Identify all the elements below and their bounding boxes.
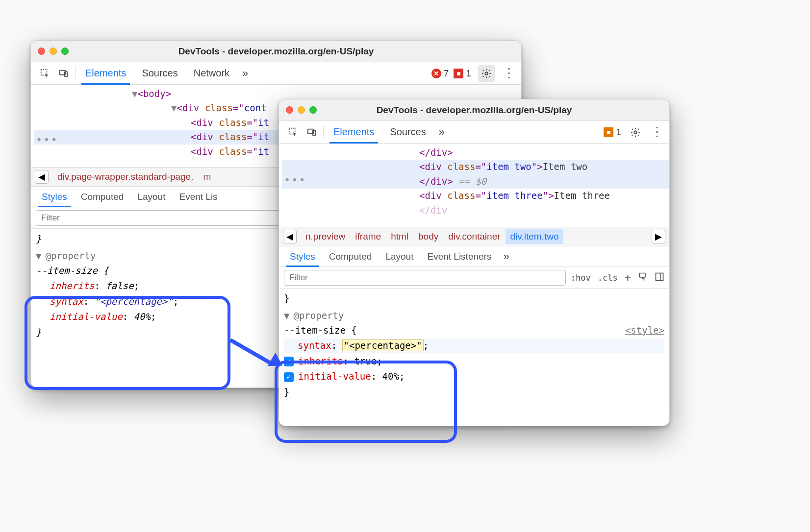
main-tabs-a: Elements Sources Network » ✕ 7 ■ 1 ⋮ (31, 62, 521, 85)
tab-elements[interactable]: Elements (326, 121, 382, 143)
tab-sources[interactable]: Sources (382, 121, 433, 143)
more-menu[interactable]: ⋮ (497, 62, 521, 84)
issues-icon: ■ (454, 69, 463, 78)
svg-rect-8 (639, 273, 645, 277)
tab-sources[interactable]: Sources (134, 62, 185, 84)
breadcrumb-b[interactable]: ◀ n.preview iframe html body div.contain… (279, 227, 669, 246)
prop-checkbox[interactable]: ✓ (284, 372, 294, 382)
add-rule-button[interactable]: + (625, 271, 631, 284)
error-count: 7 (444, 68, 449, 79)
issues-count: 1 (466, 68, 471, 79)
issues-badge[interactable]: ■ 1 (454, 62, 471, 84)
subtab-layout[interactable]: Layout (379, 246, 420, 266)
crumb-left[interactable]: ◀ (283, 230, 297, 243)
stage: { "windowA": { "title": "DevTools - deve… (0, 0, 810, 532)
issues-count: 1 (616, 127, 621, 138)
filter-row-b: :hov .cls + (279, 267, 669, 289)
crumb-iframe[interactable]: iframe (350, 229, 386, 244)
settings-icon[interactable] (478, 65, 495, 82)
gutter-dots: ••• (284, 172, 306, 189)
crumb-container[interactable]: div.container (443, 229, 505, 244)
close-dot[interactable] (286, 106, 293, 114)
tabs-overflow[interactable]: » (237, 62, 253, 84)
more-menu[interactable]: ⋮ (645, 121, 669, 143)
crumb-html[interactable]: html (386, 229, 413, 244)
window-title-a: DevTools - developer.mozilla.org/en-US/p… (31, 46, 521, 57)
issues-badge[interactable]: ■ 1 (604, 121, 621, 143)
filter-input-b[interactable] (284, 270, 566, 286)
svg-point-3 (485, 72, 488, 75)
error-badge[interactable]: ✕ 7 (431, 62, 449, 84)
inspect-icon[interactable] (36, 62, 54, 84)
layout-icon[interactable] (655, 272, 664, 284)
at-property-hdr-b[interactable]: ▼@property (284, 309, 664, 323)
inspect-icon[interactable] (284, 121, 303, 143)
tabs-overflow[interactable]: » (434, 121, 450, 143)
settings-icon[interactable] (626, 121, 645, 143)
close-dot[interactable] (38, 48, 45, 55)
subtab-events[interactable]: Event Listeners (420, 246, 498, 266)
crumb-body[interactable]: body (413, 229, 443, 244)
subtab-computed[interactable]: Computed (74, 187, 131, 207)
prop-checkbox[interactable]: ✓ (284, 357, 294, 366)
zoom-dot[interactable] (309, 106, 317, 114)
subtabs-b: Styles Computed Layout Event Listeners » (279, 246, 669, 267)
error-icon: ✕ (431, 69, 441, 78)
minimize-dot[interactable] (298, 106, 305, 114)
dom-tree-b[interactable]: ••• </div> <div class="item two">Item tw… (279, 144, 669, 227)
crumb-m[interactable]: m (198, 169, 216, 184)
window-title-b: DevTools - developer.mozilla.org/en-US/p… (279, 105, 669, 116)
rule-selector-b[interactable]: --item-size { <style> (284, 323, 664, 338)
svg-point-7 (634, 131, 637, 134)
subtab-styles[interactable]: Styles (35, 187, 74, 207)
traffic-lights[interactable] (286, 106, 317, 114)
styles-pane-b[interactable]: } ▼@property --item-size { <style> synta… (279, 289, 669, 402)
device-toggle-icon[interactable] (54, 62, 73, 84)
cls-button[interactable]: .cls (598, 273, 618, 283)
syntax-edit[interactable]: "<percentage>" (343, 340, 423, 351)
source-style-tag[interactable]: <style> (625, 323, 664, 338)
main-tabs-b: Elements Sources » ■ 1 ⋮ (279, 121, 669, 144)
tab-elements[interactable]: Elements (77, 62, 134, 84)
issues-icon: ■ (604, 127, 613, 137)
crumb-path[interactable]: div.page-wrapper.standard-page. (52, 169, 198, 184)
rule-close-b: } (284, 385, 664, 399)
paint-icon[interactable] (638, 272, 648, 284)
crumb-left[interactable]: ◀ (35, 170, 49, 184)
subtab-events[interactable]: Event Lis (172, 187, 224, 207)
gutter-dots: ••• (36, 132, 58, 148)
svg-rect-9 (656, 273, 663, 280)
crumb-right[interactable]: ▶ (652, 230, 665, 243)
device-toggle-icon[interactable] (303, 121, 321, 143)
zoom-dot[interactable] (61, 48, 69, 55)
subtab-styles[interactable]: Styles (283, 246, 322, 266)
subtab-layout[interactable]: Layout (130, 187, 172, 207)
crumb-item-two[interactable]: div.item.two (506, 229, 564, 244)
hov-button[interactable]: :hov (571, 273, 591, 283)
subtab-computed[interactable]: Computed (322, 246, 379, 266)
minimize-dot[interactable] (50, 48, 57, 55)
devtools-window-b: DevTools - developer.mozilla.org/en-US/p… (278, 99, 670, 426)
subtabs-overflow[interactable]: » (498, 246, 514, 266)
crumb-preview[interactable]: n.preview (301, 229, 350, 244)
titlebar-a[interactable]: DevTools - developer.mozilla.org/en-US/p… (31, 41, 521, 62)
traffic-lights[interactable] (38, 48, 69, 55)
titlebar-b[interactable]: DevTools - developer.mozilla.org/en-US/p… (279, 99, 669, 121)
tab-network[interactable]: Network (186, 62, 237, 84)
